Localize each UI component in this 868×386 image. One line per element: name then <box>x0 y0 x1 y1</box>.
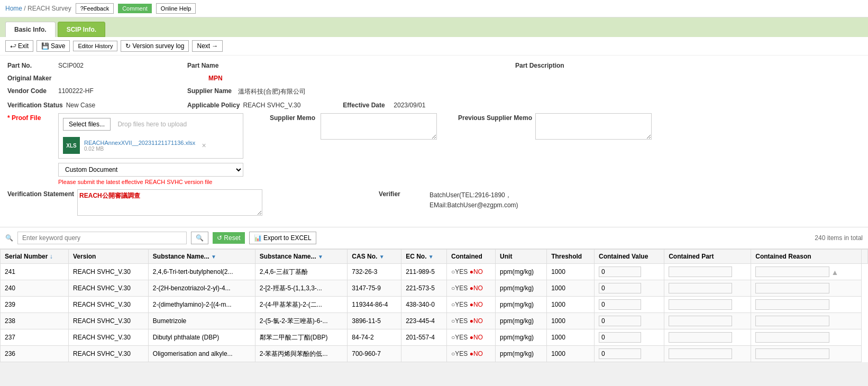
file-remove-button[interactable]: × <box>202 141 206 150</box>
effective-date-field: Effective Date 2023/09/01 <box>343 100 449 109</box>
cell-threshold: 1000 <box>547 280 595 297</box>
file-details: REACHAnnexXVII__20231121171136.xlsx 0.02… <box>84 140 195 152</box>
original-maker-label: Original Maker <box>7 73 55 82</box>
th-ec-no[interactable]: EC No. ▼ <box>401 250 447 264</box>
scroll-up-icon[interactable]: ▲ <box>832 268 839 277</box>
contained-part-input[interactable] <box>669 299 732 310</box>
cell-contained-reason[interactable]: ▲ <box>751 264 862 280</box>
cell-cas: 732-26-3 <box>348 264 401 280</box>
supplier-memo-label: Supplier Memo <box>270 113 317 122</box>
contained-value-input[interactable] <box>599 266 641 277</box>
contained-reason-input[interactable] <box>755 316 829 326</box>
export-button[interactable]: 📊 Export to EXCEL <box>249 232 316 244</box>
version-survey-log-button[interactable]: ↻ Version survey log <box>121 40 189 52</box>
cell-contained-part[interactable] <box>664 346 751 362</box>
th-substance-name-en[interactable]: Substance Name... ▼ <box>148 250 255 264</box>
verification-statement-input[interactable] <box>77 189 262 216</box>
cell-contained-part[interactable] <box>664 329 751 346</box>
supplier-memo-input[interactable] <box>321 113 437 140</box>
reset-button[interactable]: ↺ Reset <box>213 232 245 244</box>
cell-contained-value[interactable] <box>594 313 664 329</box>
part-description-label: Part Description <box>515 61 564 69</box>
cell-contained-reason[interactable] <box>751 346 862 362</box>
cell-contained-part[interactable] <box>664 280 751 297</box>
cell-ec: 211-989-5 <box>401 264 447 280</box>
contained-part-input[interactable] <box>669 266 732 277</box>
cell-ec: 223-445-4 <box>401 313 447 329</box>
cell-contained-value[interactable] <box>594 280 664 297</box>
prev-supplier-memo-label: Previous Supplier Memo <box>458 113 532 122</box>
th-serial-number[interactable]: Serial Number ↓ <box>1 250 69 264</box>
cell-ec: 221-573-5 <box>401 280 447 297</box>
supplier-name-field: Supplier Name 溫塔科技(合肥)有限公司 <box>187 86 306 96</box>
cell-substance-cn: 2-(5-氯-2-苯三唑基)-6-... <box>255 313 347 329</box>
cell-substance-en: Bumetrizole <box>148 313 255 329</box>
contained-part-input[interactable] <box>669 283 732 293</box>
cell-contained-reason[interactable] <box>751 313 862 329</box>
editor-history-button[interactable]: Editor History <box>73 41 117 51</box>
cell-contained-part[interactable] <box>664 264 751 280</box>
search-bar: 🔍 🔍 ↺ Reset 📊 Export to EXCEL 240 items … <box>0 227 868 249</box>
cell-serial: 237 <box>1 329 69 346</box>
cell-contained-part[interactable] <box>664 297 751 313</box>
cell-contained-reason[interactable] <box>751 280 862 297</box>
contained-value-input[interactable] <box>599 316 641 326</box>
contained-reason-input[interactable] <box>755 283 829 293</box>
breadcrumb-home[interactable]: Home <box>5 5 22 12</box>
cell-version: REACH SVHC_V.30 <box>69 264 149 280</box>
feedback-button[interactable]: ?Feedback <box>76 3 114 14</box>
contained-value-input[interactable] <box>599 299 641 310</box>
contained-value-input[interactable] <box>599 348 641 359</box>
cell-contained-value[interactable] <box>594 297 664 313</box>
th-substance-name-cn[interactable]: Substance Name... ▼ <box>255 250 347 264</box>
cell-contained-reason[interactable] <box>751 329 862 346</box>
filter-icon-1: ▼ <box>211 254 216 260</box>
search-input[interactable] <box>17 232 187 244</box>
filter-icon-3: ▼ <box>379 254 385 260</box>
select-files-button[interactable]: Select files... <box>63 118 111 131</box>
tab-basic-info[interactable]: Basic Info. <box>5 22 56 37</box>
cell-substance-en: 2-(dimethylamino)-2-[(4-m... <box>148 297 255 313</box>
cell-cas: 84-74-2 <box>348 329 401 346</box>
th-cas-no[interactable]: CAS No. ▼ <box>348 250 401 264</box>
form-row-6: Verification Statement REACH公開審議調查 Verif… <box>7 189 861 217</box>
search-button[interactable]: 🔍 <box>191 232 208 244</box>
contained-reason-input[interactable] <box>755 266 829 277</box>
save-button[interactable]: 💾 Save <box>36 40 70 52</box>
cell-contained-value[interactable] <box>594 264 664 280</box>
form-row-2: Original Maker MPN <box>7 73 861 82</box>
prev-supplier-memo-input[interactable] <box>535 113 652 140</box>
cell-ec: 201-557-4 <box>401 329 447 346</box>
cell-contained-value[interactable] <box>594 346 664 362</box>
main-content: ⮐ Exit 💾 Save Editor History ↻ Version s… <box>0 37 868 362</box>
contained-part-input[interactable] <box>669 316 732 326</box>
cell-contained-reason[interactable] <box>751 297 862 313</box>
contained-reason-input[interactable] <box>755 348 829 359</box>
exit-button[interactable]: ⮐ Exit <box>5 40 33 52</box>
reset-icon: ↺ <box>217 234 222 242</box>
custom-doc-select[interactable]: Custom Document <box>58 163 243 177</box>
form-row-5: * Proof File Select files... Drop files … <box>7 113 861 185</box>
cell-unit: ppm(mg/kg) <box>496 346 547 362</box>
contained-value-input[interactable] <box>599 332 641 343</box>
cell-contained-part[interactable] <box>664 313 751 329</box>
contained-reason-input[interactable] <box>755 332 829 343</box>
contained-part-input[interactable] <box>669 348 732 359</box>
next-button[interactable]: Next → <box>192 40 223 52</box>
cell-threshold: 1000 <box>547 329 595 346</box>
verification-statement-label: Verification Statement <box>7 189 74 198</box>
tab-scip-info[interactable]: SCIP Info. <box>58 22 105 37</box>
contained-part-input[interactable] <box>669 332 732 343</box>
cell-version: REACH SVHC_V.30 <box>69 280 149 297</box>
cell-unit: ppm(mg/kg) <box>496 264 547 280</box>
online-help-button[interactable]: Online Help <box>156 3 196 14</box>
contained-reason-input[interactable] <box>755 299 829 310</box>
th-scrollbar <box>862 250 868 264</box>
file-name[interactable]: REACHAnnexXVII__20231121171136.xlsx <box>84 140 195 146</box>
contained-value-input[interactable] <box>599 283 641 293</box>
cell-unit: ppm(mg/kg) <box>496 329 547 346</box>
comment-button[interactable]: Comment <box>118 4 152 13</box>
cell-contained-value[interactable] <box>594 329 664 346</box>
cell-version: REACH SVHC_V.30 <box>69 313 149 329</box>
th-contained: Contained <box>447 250 496 264</box>
